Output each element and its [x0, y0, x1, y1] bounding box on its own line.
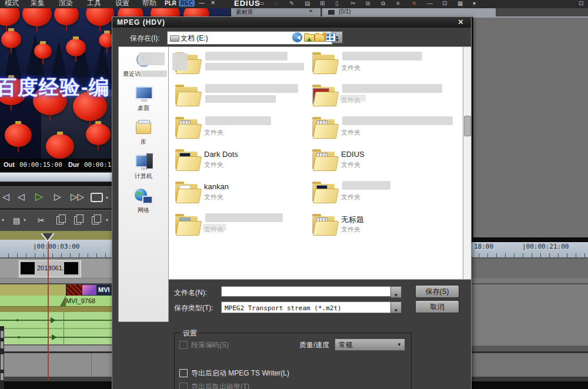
- audio-track-2[interactable]: [0, 328, 112, 346]
- copy-icon[interactable]: [56, 216, 64, 224]
- file-item[interactable]: Dark Dots 文件夹: [175, 147, 310, 177]
- window-icon[interactable]: ⊡: [579, 0, 583, 6]
- empty-track-area[interactable]: [470, 284, 588, 346]
- more-caret-icon[interactable]: ▾: [473, 0, 476, 6]
- file-item[interactable]: kankan 文件夹: [175, 180, 310, 209]
- up-one-level-icon[interactable]: [304, 34, 315, 42]
- marker-icon[interactable]: ▯: [335, 0, 339, 6]
- new-folder-icon[interactable]: [315, 34, 325, 42]
- file-item[interactable]: [175, 83, 310, 112]
- play-icon[interactable]: ▷: [35, 190, 43, 203]
- zoom-icon[interactable]: ◌: [274, 0, 278, 6]
- empty-track-area[interactable]: [470, 346, 588, 351]
- scrub-bar[interactable]: [0, 172, 112, 183]
- file-item[interactable]: 文件夹: [312, 83, 447, 112]
- save-project-icon[interactable]: ▤: [13, 216, 20, 225]
- close-icon[interactable]: ✕: [211, 0, 215, 6]
- scissors-icon[interactable]: ✂: [38, 216, 45, 225]
- menu-item-help[interactable]: 帮助: [142, 0, 156, 8]
- frame-back-icon[interactable]: ◁: [18, 192, 25, 202]
- chevron-down-icon[interactable]: ▾: [24, 217, 26, 223]
- file-item[interactable]: EDIUS 文件夹: [312, 147, 447, 177]
- trim-icon[interactable]: ≡: [396, 0, 400, 6]
- segment-encode-checkbox[interactable]: [179, 341, 188, 349]
- rec-button[interactable]: REC: [179, 0, 195, 6]
- chevron-down-icon[interactable]: ▾: [336, 35, 338, 40]
- bin-tab[interactable]: 素材库 ✕: [231, 8, 320, 16]
- empty-track-area[interactable]: [470, 257, 588, 278]
- video-track-2[interactable]: MVI: [0, 284, 112, 296]
- delete-icon[interactable]: ✕: [412, 0, 416, 6]
- back-icon[interactable]: [292, 32, 302, 42]
- track-header-button[interactable]: [1, 373, 4, 380]
- fast-forward-icon[interactable]: ▷▷: [71, 192, 84, 202]
- file-item[interactable]: [175, 51, 310, 80]
- playhead-marker[interactable]: [42, 233, 53, 240]
- save-button[interactable]: 保存(S): [415, 285, 459, 298]
- dialog-title-bar[interactable]: MPEG (HDV) ✕: [112, 17, 471, 28]
- prev-edit-icon[interactable]: ◁: [2, 192, 9, 202]
- quality-dropdown[interactable]: 常规 ▼: [335, 338, 405, 351]
- file-list-scrollbar[interactable]: [463, 46, 472, 280]
- plr-button[interactable]: PLR: [165, 0, 176, 6]
- file-item[interactable]: 文件夹: [175, 115, 310, 145]
- timeline-clip-mvi[interactable]: MVI: [82, 284, 112, 296]
- edit-icon[interactable]: ✎: [289, 0, 294, 6]
- view-menu-icon[interactable]: [325, 33, 336, 42]
- menu-item-tools[interactable]: 工具: [87, 0, 101, 8]
- segment-encode-label: 段落编码(S): [191, 340, 229, 350]
- track-header-button[interactable]: [1, 354, 4, 370]
- new-icon[interactable]: ▭: [259, 0, 264, 6]
- empty-track-area[interactable]: [0, 353, 112, 377]
- dialog-close-icon[interactable]: ✕: [457, 18, 464, 26]
- add-icon[interactable]: ⊞: [320, 0, 325, 6]
- file-item[interactable]: 文件夹: [175, 212, 310, 242]
- folder-files-icon: [312, 149, 338, 171]
- menu-item-mode[interactable]: 模式: [5, 0, 19, 8]
- layout-icon[interactable]: ▦: [457, 0, 463, 6]
- menu-item-render[interactable]: 渲染: [59, 0, 73, 8]
- save-type-dropdown-button[interactable]: ▼: [390, 301, 402, 313]
- file-item[interactable]: 文件夹: [312, 51, 447, 80]
- timeline-ruler[interactable]: |00:00:03:00: [0, 240, 112, 259]
- chevron-down-icon[interactable]: ▾: [106, 195, 108, 200]
- eject-tape-checkbox[interactable]: [179, 383, 188, 389]
- video-track-1[interactable]: 2018061...: [0, 257, 112, 278]
- track-header-button[interactable]: [1, 331, 4, 338]
- save-icon[interactable]: ▤: [305, 0, 310, 6]
- file-item[interactable]: 文件夹: [312, 180, 447, 209]
- add-to-bin-icon[interactable]: [92, 216, 99, 224]
- clip-thumbnail-red[interactable]: [66, 284, 82, 296]
- video-track-3[interactable]: MVI_9768: [0, 296, 112, 306]
- paste-icon[interactable]: ⧉: [381, 0, 385, 7]
- copy-icon[interactable]: ⧉: [366, 0, 370, 7]
- clip-label: MVI_9768: [66, 297, 95, 304]
- scrollbar-thumb[interactable]: [464, 116, 471, 136]
- bin-close-icon[interactable]: ✕: [309, 8, 313, 14]
- file-name-input[interactable]: [221, 286, 394, 297]
- paste-icon[interactable]: [74, 216, 81, 224]
- empty-track-area[interactable]: [470, 353, 588, 377]
- chevron-down-icon[interactable]: ▾: [2, 217, 4, 223]
- grid-icon[interactable]: ⊡: [442, 0, 447, 6]
- cancel-button[interactable]: 取消: [415, 300, 459, 313]
- file-item[interactable]: 无标题 文件夹: [312, 212, 447, 242]
- file-name-dropdown-button[interactable]: ▼: [390, 286, 402, 298]
- chevron-down-icon[interactable]: ▾: [106, 217, 108, 223]
- audio-track-1[interactable]: [0, 312, 112, 328]
- save-type-combobox[interactable]: MPEG2 Transport stream (*.m2t): [221, 301, 392, 313]
- blur-patch: [205, 84, 298, 93]
- minimize-icon[interactable]: —: [199, 0, 205, 6]
- menu-item-capture[interactable]: 采集: [31, 0, 45, 8]
- timeline-ruler-right[interactable]: 18:00 |00:00:21:00: [470, 240, 588, 259]
- empty-track-area[interactable]: [470, 278, 588, 283]
- file-item[interactable]: 文件夹: [312, 115, 447, 145]
- launch-writer-checkbox[interactable]: [179, 369, 188, 377]
- frame-forward-icon[interactable]: ▷: [54, 192, 61, 202]
- track-header-button[interactable]: [1, 341, 4, 348]
- ripple-icon[interactable]: —: [427, 0, 433, 6]
- cut-icon[interactable]: ✂: [350, 0, 355, 6]
- export-bubble-icon[interactable]: [91, 193, 103, 202]
- menu-item-settings[interactable]: 设置: [115, 0, 129, 8]
- timeline-clip[interactable]: 2018061...: [19, 260, 81, 277]
